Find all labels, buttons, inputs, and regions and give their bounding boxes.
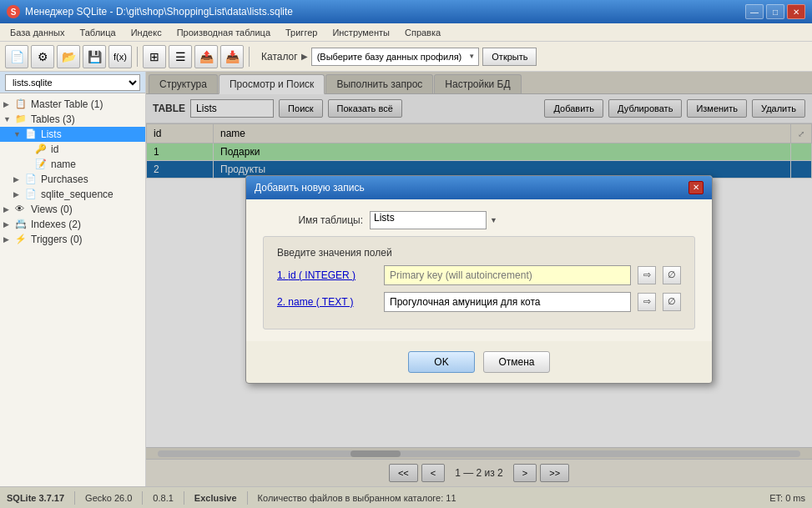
sidebar-item-triggers[interactable]: ▶ ⚡ Triggers (0) <box>0 232 145 247</box>
toolbar-function-btn[interactable]: f(x) <box>108 45 132 68</box>
menu-trigger[interactable]: Триггер <box>279 26 324 39</box>
fields-label: Введите значения полей <box>277 247 681 259</box>
field-input-id[interactable] <box>384 265 631 285</box>
profile-db-dropdown[interactable]: (Выберите базу данных профиля) <box>311 48 480 66</box>
dropdown-arrow-icon: ▼ <box>490 216 497 224</box>
sidebar-item-name[interactable]: 📝 name <box>0 157 145 172</box>
toolbar-new-btn[interactable]: 📄 <box>5 45 28 68</box>
add-record-modal: Добавить новую запись ✕ Имя таблицы: Lis… <box>245 175 713 384</box>
tree-toggle-icon: ▼ <box>3 115 13 123</box>
modal-table-row: Имя таблицы: Lists ▼ <box>263 211 695 229</box>
field-action-icon-2[interactable]: ⇨ <box>638 293 656 311</box>
modal-overlay: Добавить новую запись ✕ Имя таблицы: Lis… <box>146 72 812 486</box>
sidebar-item-label: Indexes (2) <box>31 219 81 230</box>
menu-tools[interactable]: Инструменты <box>325 26 396 39</box>
field-number-id[interactable]: 1. id ( INTEGER ) <box>277 269 377 281</box>
minimize-button[interactable]: — <box>745 4 764 19</box>
sidebar-item-lists[interactable]: ▼ 📄 Lists <box>0 127 145 142</box>
sidebar-item-indexes[interactable]: ▶ 📇 Indexes (2) <box>0 217 145 232</box>
sidebar-item-label: sqlite_sequence <box>41 189 113 200</box>
toolbar-import-btn[interactable]: 📥 <box>220 45 244 68</box>
open-button[interactable]: Открыть <box>482 48 537 66</box>
gecko-version: Gecko 26.0 <box>85 493 132 503</box>
menu-database[interactable]: База данных <box>3 26 72 39</box>
sidebar-header: lists.sqlite <box>0 72 145 93</box>
tree-toggle-icon <box>23 160 33 168</box>
field-null-icon-1[interactable]: ∅ <box>663 266 681 284</box>
tree-toggle-icon <box>23 145 33 153</box>
sidebar-item-label: Triggers (0) <box>31 234 83 245</box>
toolbar-settings-btn[interactable]: ⚙ <box>31 45 54 68</box>
toolbar-open-btn[interactable]: 📂 <box>57 45 80 68</box>
sidebar-item-label: Lists <box>41 128 62 140</box>
tree-toggle-icon: ▶ <box>3 100 13 108</box>
modal-close-button[interactable]: ✕ <box>688 181 704 194</box>
tree-toggle-icon: ▶ <box>3 205 13 214</box>
menu-help[interactable]: Справка <box>398 26 447 39</box>
sidebar-item-label: id <box>51 143 58 155</box>
table-icon: 📋 <box>15 98 28 110</box>
modal-title-bar: Добавить новую запись ✕ <box>246 176 712 199</box>
tree-toggle-icon: ▶ <box>13 175 23 184</box>
modal-table-dropdown[interactable]: Lists <box>370 211 487 229</box>
sidebar-item-purchases[interactable]: ▶ 📄 Purchases <box>0 172 145 187</box>
toolbar-separator-2 <box>249 47 250 67</box>
toolbar-list-btn[interactable]: ☰ <box>169 45 192 68</box>
window-title: Менеджер SQLite - D:\git\shop\ShoppingLi… <box>25 6 293 18</box>
menu-bar: База данных Таблица Индекс Производная т… <box>0 23 812 42</box>
status-separator-3 <box>184 491 184 505</box>
modal-fields-section: Введите значения полей 1. id ( INTEGER )… <box>263 236 695 329</box>
sidebar-item-label: name <box>51 158 76 170</box>
modal-table-select: Lists ▼ <box>370 211 497 229</box>
modal-ok-button[interactable]: OK <box>408 351 475 373</box>
sidebar-item-sqlite-sequence[interactable]: ▶ 📄 sqlite_sequence <box>0 187 145 202</box>
status-separator-4 <box>247 491 248 505</box>
modal-cancel-button[interactable]: Отмена <box>483 351 550 373</box>
title-bar: S Менеджер SQLite - D:\git\shop\Shopping… <box>0 0 812 23</box>
sidebar-item-label: Tables (3) <box>31 113 75 125</box>
trigger-icon: ⚡ <box>15 234 28 245</box>
catalog-label: Каталог <box>261 51 298 63</box>
db-selector[interactable]: lists.sqlite <box>5 74 140 91</box>
sidebar-item-tables[interactable]: ▼ 📁 Tables (3) <box>0 112 145 127</box>
field-number-name[interactable]: 2. name ( TEXT ) <box>277 296 377 308</box>
field-row-id: 1. id ( INTEGER ) ⇨ ∅ <box>277 265 681 285</box>
sidebar-tree: ▶ 📋 Master Table (1) ▼ 📁 Tables (3) ▼ 📄 … <box>0 93 145 250</box>
sidebar-item-label: Purchases <box>41 174 88 185</box>
toolbar-save-btn[interactable]: 💾 <box>83 45 106 68</box>
toolbar-catalog-section: Каталог ▶ (Выберите базу данных профиля)… <box>261 48 537 66</box>
sidebar-item-id[interactable]: 🔑 id <box>0 142 145 157</box>
field-input-name[interactable] <box>384 292 631 312</box>
toolbar-grid-btn[interactable]: ⊞ <box>143 45 166 68</box>
key-icon: 🔑 <box>35 143 48 155</box>
modal-table-label: Имя таблицы: <box>263 214 363 226</box>
field-action-icon-1[interactable]: ⇨ <box>638 266 656 284</box>
status-bar: SQLite 3.7.17 Gecko 26.0 0.8.1 Exclusive… <box>0 486 812 508</box>
close-button[interactable]: ✕ <box>787 4 805 19</box>
field-null-icon-2[interactable]: ∅ <box>663 293 681 311</box>
tree-toggle-icon: ▼ <box>13 130 23 138</box>
content-relative-container: Структура Просмотр и Поиск Выполнить зап… <box>146 72 812 486</box>
index-icon: 📇 <box>15 219 28 230</box>
et-time: ET: 0 ms <box>769 493 805 503</box>
app-icon: S <box>7 5 20 18</box>
tree-toggle-icon: ▶ <box>3 235 13 244</box>
toolbar-export-btn[interactable]: 📤 <box>194 45 218 68</box>
menu-table[interactable]: Таблица <box>73 26 123 39</box>
main-container: lists.sqlite ▶ 📋 Master Table (1) ▼ 📁 Ta… <box>0 72 812 486</box>
folder-icon: 📁 <box>15 113 28 125</box>
field-icon: 📝 <box>35 158 48 170</box>
views-icon: 👁 <box>15 204 28 215</box>
maximize-button[interactable]: □ <box>766 4 784 19</box>
sidebar-item-views[interactable]: ▶ 👁 Views (0) <box>0 202 145 217</box>
app-version: 0.8.1 <box>153 493 173 503</box>
menu-derived-table[interactable]: Производная таблица <box>170 26 277 39</box>
sidebar: lists.sqlite ▶ 📋 Master Table (1) ▼ 📁 Ta… <box>0 72 146 486</box>
modal-title: Добавить новую запись <box>255 182 365 194</box>
table-file-icon: 📄 <box>25 189 38 200</box>
menu-index[interactable]: Индекс <box>124 26 169 39</box>
sidebar-item-master-table[interactable]: ▶ 📋 Master Table (1) <box>0 97 145 112</box>
sqlite-version: SQLite 3.7.17 <box>7 493 64 503</box>
modal-body: Имя таблицы: Lists ▼ Введите значения по… <box>246 199 712 341</box>
toolbar-separator-1 <box>137 47 138 67</box>
